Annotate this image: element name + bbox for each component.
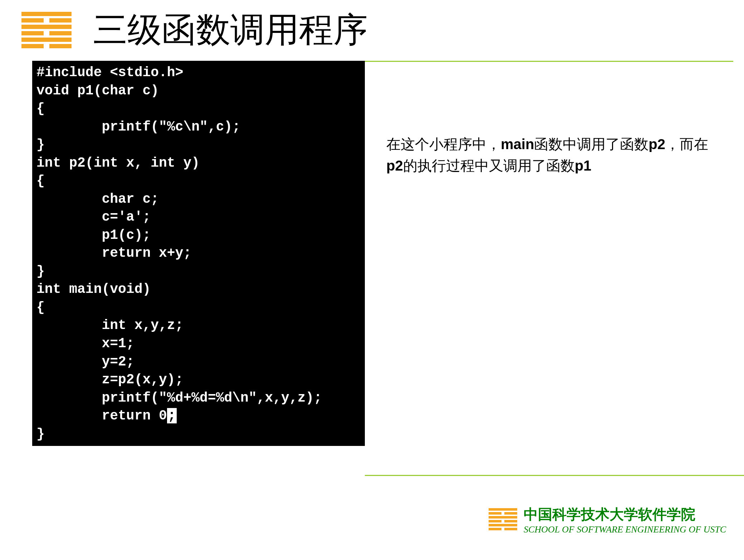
description-text: 在这个小程序中，main函数中调用了函数p2，而在p2的执行过程中又调用了函数p… — [365, 62, 744, 446]
school-name-chinese: 中国科学技术大学软件学院 — [524, 505, 726, 524]
code-line: { — [36, 101, 45, 116]
desc-bold: p2 — [386, 158, 403, 173]
desc-bold: p2 — [648, 136, 665, 152]
code-line: printf("%d+%d=%d\n",x,y,z); — [36, 390, 322, 406]
svg-rect-1 — [21, 18, 44, 23]
desc-text: 的执行过程中又调用了函数 — [403, 158, 575, 173]
svg-rect-13 — [489, 520, 501, 522]
code-line: { — [36, 173, 45, 188]
code-line: int p2(int x, int y) — [36, 155, 200, 171]
code-line: int x,y,z; — [36, 318, 183, 333]
code-line: } — [36, 426, 45, 442]
cursor: ; — [167, 408, 177, 423]
code-line: #include <stdio.h> — [36, 65, 183, 80]
bottom-divider — [365, 475, 744, 476]
svg-rect-7 — [21, 44, 44, 48]
school-name-english: SCHOOL OF SOFTWARE ENGINEERING OF USTC — [524, 524, 726, 535]
svg-rect-2 — [49, 18, 72, 23]
svg-rect-16 — [489, 528, 501, 530]
svg-rect-8 — [49, 44, 72, 48]
slide-header: 三级函数调用程序 — [0, 0, 744, 61]
logo-icon — [21, 12, 72, 49]
desc-bold: p1 — [575, 158, 592, 173]
code-line: int main(void) — [36, 281, 151, 297]
code-line: z=p2(x,y); — [36, 372, 183, 387]
svg-rect-0 — [21, 12, 72, 16]
svg-rect-14 — [504, 520, 517, 522]
svg-rect-12 — [489, 516, 517, 519]
desc-text: 在这个小程序中， — [386, 136, 501, 152]
svg-rect-4 — [21, 31, 44, 35]
svg-rect-15 — [489, 524, 517, 526]
code-line: void p1(char c) — [36, 83, 159, 98]
slide-content: #include <stdio.h> void p1(char c) { pri… — [32, 62, 744, 446]
code-line: { — [36, 300, 45, 315]
desc-text: 函数中调用了函数 — [534, 136, 648, 152]
code-block: #include <stdio.h> void p1(char c) { pri… — [32, 61, 365, 446]
svg-rect-6 — [21, 38, 72, 42]
svg-rect-9 — [489, 508, 517, 511]
code-line: p1(c); — [36, 227, 151, 243]
code-line: return x+y; — [36, 245, 191, 261]
svg-rect-3 — [21, 25, 72, 29]
desc-text: ，而在 — [665, 136, 708, 152]
svg-rect-5 — [49, 31, 72, 35]
svg-rect-17 — [504, 528, 517, 530]
footer-logo-icon — [489, 508, 517, 531]
school-info: 中国科学技术大学软件学院 SCHOOL OF SOFTWARE ENGINEER… — [524, 505, 726, 535]
svg-rect-10 — [489, 512, 501, 515]
code-line: } — [36, 137, 45, 152]
desc-bold: main — [501, 136, 534, 152]
slide-footer: 中国科学技术大学软件学院 SCHOOL OF SOFTWARE ENGINEER… — [489, 505, 726, 535]
svg-rect-11 — [504, 512, 517, 515]
code-line: c='a'; — [36, 209, 151, 225]
code-line: } — [36, 264, 45, 279]
code-line: return 0 — [36, 408, 167, 423]
code-line: y=2; — [36, 354, 134, 369]
code-line: x=1; — [36, 336, 134, 351]
code-line: printf("%c\n",c); — [36, 119, 240, 134]
code-line: char c; — [36, 191, 159, 207]
slide-title: 三级函数调用程序 — [93, 7, 368, 54]
